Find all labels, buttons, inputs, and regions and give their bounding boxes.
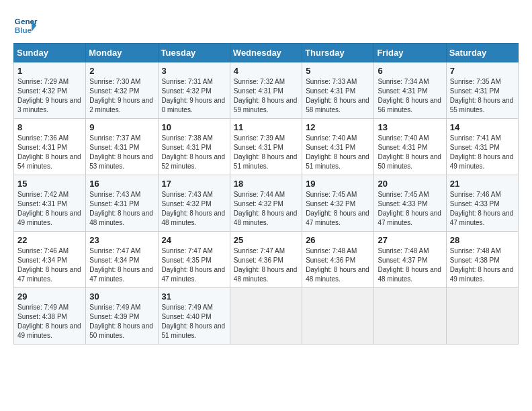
day-info: Sunrise: 7:45 AMSunset: 4:32 PMDaylight:…: [306, 191, 369, 226]
calendar-day: 8 Sunrise: 7:36 AMSunset: 4:31 PMDayligh…: [14, 119, 86, 175]
svg-text:Blue: Blue: [15, 26, 32, 34]
day-info: Sunrise: 7:48 AMSunset: 4:38 PMDaylight:…: [450, 247, 514, 283]
day-number: 16: [89, 179, 154, 189]
day-number: 22: [17, 235, 82, 245]
calendar-day: 2 Sunrise: 7:30 AMSunset: 4:32 PMDayligh…: [86, 62, 158, 119]
day-number: 1: [17, 66, 82, 76]
day-number: 19: [306, 179, 370, 189]
day-number: 15: [17, 179, 82, 189]
day-info: Sunrise: 7:36 AMSunset: 4:31 PMDaylight:…: [17, 134, 81, 170]
calendar-day: 25 Sunrise: 7:47 AMSunset: 4:36 PMDaylig…: [230, 232, 302, 288]
day-info: Sunrise: 7:43 AMSunset: 4:31 PMDaylight:…: [89, 191, 153, 226]
weekday-header: Friday: [374, 44, 446, 62]
calendar-day: 29 Sunrise: 7:49 AMSunset: 4:38 PMDaylig…: [14, 288, 86, 345]
day-number: 2: [89, 66, 154, 76]
day-number: 13: [378, 122, 442, 132]
day-info: Sunrise: 7:35 AMSunset: 4:31 PMDaylight:…: [450, 78, 514, 113]
day-info: Sunrise: 7:47 AMSunset: 4:35 PMDaylight:…: [162, 247, 226, 283]
calendar-day: 20 Sunrise: 7:45 AMSunset: 4:33 PMDaylig…: [374, 175, 446, 232]
calendar-week-row: 1 Sunrise: 7:29 AMSunset: 4:32 PMDayligh…: [14, 62, 519, 119]
calendar-day: 12 Sunrise: 7:40 AMSunset: 4:31 PMDaylig…: [302, 119, 374, 175]
calendar-day: 7 Sunrise: 7:35 AMSunset: 4:31 PMDayligh…: [446, 62, 518, 119]
logo: General Blue: [13, 13, 40, 38]
day-info: Sunrise: 7:40 AMSunset: 4:31 PMDaylight:…: [378, 134, 441, 170]
calendar-day: 26 Sunrise: 7:48 AMSunset: 4:36 PMDaylig…: [302, 232, 374, 288]
day-info: Sunrise: 7:47 AMSunset: 4:36 PMDaylight:…: [234, 247, 298, 283]
page-header: General Blue: [13, 13, 519, 38]
day-number: 12: [306, 122, 370, 132]
weekday-header: Thursday: [302, 44, 374, 62]
day-info: Sunrise: 7:32 AMSunset: 4:31 PMDaylight:…: [234, 78, 298, 113]
day-number: 11: [234, 122, 298, 132]
calendar-day: 23 Sunrise: 7:47 AMSunset: 4:34 PMDaylig…: [86, 232, 158, 288]
day-number: 30: [89, 291, 154, 302]
day-info: Sunrise: 7:34 AMSunset: 4:31 PMDaylight:…: [378, 78, 441, 113]
calendar-day: 9 Sunrise: 7:37 AMSunset: 4:31 PMDayligh…: [86, 119, 158, 175]
calendar-day: 30 Sunrise: 7:49 AMSunset: 4:39 PMDaylig…: [86, 288, 158, 345]
weekday-header: Monday: [86, 44, 158, 62]
calendar-day: 3 Sunrise: 7:31 AMSunset: 4:32 PMDayligh…: [158, 62, 230, 119]
day-info: Sunrise: 7:39 AMSunset: 4:31 PMDaylight:…: [234, 134, 298, 170]
day-number: 28: [450, 235, 515, 245]
day-info: Sunrise: 7:49 AMSunset: 4:40 PMDaylight:…: [162, 304, 226, 339]
calendar-day: 22 Sunrise: 7:46 AMSunset: 4:34 PMDaylig…: [14, 232, 86, 288]
calendar-day: 19 Sunrise: 7:45 AMSunset: 4:32 PMDaylig…: [302, 175, 374, 232]
calendar-table: SundayMondayTuesdayWednesdayThursdayFrid…: [13, 43, 519, 345]
calendar-day: 11 Sunrise: 7:39 AMSunset: 4:31 PMDaylig…: [230, 119, 302, 175]
weekday-header: Wednesday: [230, 44, 302, 62]
calendar-week-row: 15 Sunrise: 7:42 AMSunset: 4:31 PMDaylig…: [14, 175, 519, 232]
day-number: 14: [450, 122, 515, 132]
day-number: 5: [306, 66, 370, 76]
day-info: Sunrise: 7:49 AMSunset: 4:38 PMDaylight:…: [17, 304, 81, 339]
day-info: Sunrise: 7:47 AMSunset: 4:34 PMDaylight:…: [89, 247, 153, 283]
day-number: 21: [450, 179, 515, 189]
calendar-day: 6 Sunrise: 7:34 AMSunset: 4:31 PMDayligh…: [374, 62, 446, 119]
day-number: 20: [378, 179, 442, 189]
calendar-header-row: SundayMondayTuesdayWednesdayThursdayFrid…: [14, 44, 519, 62]
calendar-day: 18 Sunrise: 7:44 AMSunset: 4:32 PMDaylig…: [230, 175, 302, 232]
empty-day: [302, 288, 374, 345]
day-number: 25: [234, 235, 298, 245]
calendar-week-row: 8 Sunrise: 7:36 AMSunset: 4:31 PMDayligh…: [14, 119, 519, 175]
day-number: 10: [162, 122, 226, 132]
day-number: 7: [450, 66, 515, 76]
day-info: Sunrise: 7:43 AMSunset: 4:32 PMDaylight:…: [162, 191, 226, 226]
day-number: 27: [378, 235, 442, 245]
day-info: Sunrise: 7:49 AMSunset: 4:39 PMDaylight:…: [89, 304, 153, 339]
day-info: Sunrise: 7:46 AMSunset: 4:33 PMDaylight:…: [450, 191, 514, 226]
calendar-day: 21 Sunrise: 7:46 AMSunset: 4:33 PMDaylig…: [446, 175, 518, 232]
day-info: Sunrise: 7:38 AMSunset: 4:31 PMDaylight:…: [162, 134, 226, 170]
day-number: 8: [17, 122, 82, 132]
calendar-day: 15 Sunrise: 7:42 AMSunset: 4:31 PMDaylig…: [14, 175, 86, 232]
calendar-day: 14 Sunrise: 7:41 AMSunset: 4:31 PMDaylig…: [446, 119, 518, 175]
calendar-week-row: 22 Sunrise: 7:46 AMSunset: 4:34 PMDaylig…: [14, 232, 519, 288]
empty-day: [230, 288, 302, 345]
day-number: 26: [306, 235, 370, 245]
weekday-header: Sunday: [14, 44, 86, 62]
day-info: Sunrise: 7:48 AMSunset: 4:36 PMDaylight:…: [306, 247, 369, 283]
day-info: Sunrise: 7:33 AMSunset: 4:31 PMDaylight:…: [306, 78, 369, 113]
day-info: Sunrise: 7:31 AMSunset: 4:32 PMDaylight:…: [162, 78, 226, 113]
empty-day: [374, 288, 446, 345]
calendar-week-row: 29 Sunrise: 7:49 AMSunset: 4:38 PMDaylig…: [14, 288, 519, 345]
day-number: 29: [17, 291, 82, 302]
calendar-day: 10 Sunrise: 7:38 AMSunset: 4:31 PMDaylig…: [158, 119, 230, 175]
weekday-header: Tuesday: [158, 44, 230, 62]
calendar-day: 16 Sunrise: 7:43 AMSunset: 4:31 PMDaylig…: [86, 175, 158, 232]
calendar-day: 31 Sunrise: 7:49 AMSunset: 4:40 PMDaylig…: [158, 288, 230, 345]
day-info: Sunrise: 7:29 AMSunset: 4:32 PMDaylight:…: [17, 78, 81, 113]
day-number: 31: [162, 291, 226, 302]
day-number: 3: [162, 66, 226, 76]
weekday-header: Saturday: [446, 44, 518, 62]
day-number: 23: [89, 235, 154, 245]
logo-icon: General Blue: [13, 13, 38, 38]
calendar-day: 4 Sunrise: 7:32 AMSunset: 4:31 PMDayligh…: [230, 62, 302, 119]
day-number: 9: [89, 122, 154, 132]
calendar-day: 28 Sunrise: 7:48 AMSunset: 4:38 PMDaylig…: [446, 232, 518, 288]
empty-day: [446, 288, 518, 345]
day-info: Sunrise: 7:44 AMSunset: 4:32 PMDaylight:…: [234, 191, 298, 226]
calendar-day: 27 Sunrise: 7:48 AMSunset: 4:37 PMDaylig…: [374, 232, 446, 288]
day-number: 4: [234, 66, 298, 76]
day-info: Sunrise: 7:46 AMSunset: 4:34 PMDaylight:…: [17, 247, 81, 283]
day-info: Sunrise: 7:41 AMSunset: 4:31 PMDaylight:…: [450, 134, 514, 170]
